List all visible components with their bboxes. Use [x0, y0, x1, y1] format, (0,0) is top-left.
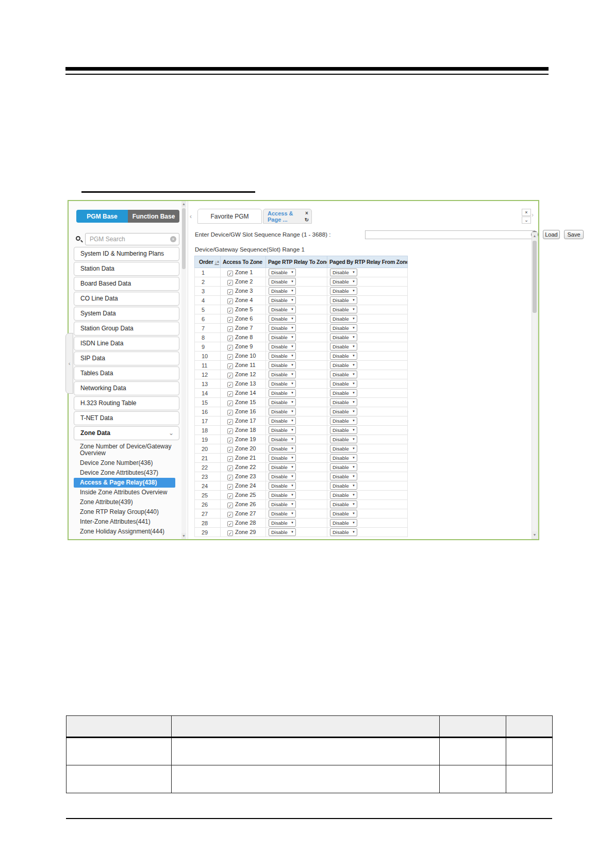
zone-checkbox[interactable]: ✓ — [227, 493, 233, 499]
sidebar-category-item[interactable]: System Data — [74, 307, 179, 321]
paged-by-rtp-relay-select[interactable]: Disable▼ — [330, 333, 357, 341]
sidebar-category-item[interactable]: Board Based Data — [74, 277, 179, 291]
zone-checkbox[interactable]: ✓ — [227, 363, 233, 369]
paged-by-rtp-relay-select[interactable]: Disable▼ — [330, 473, 357, 480]
page-rtp-relay-select[interactable]: Disable▼ — [269, 482, 296, 490]
sidebar-scrollbar[interactable]: ▲ ▼ — [181, 201, 186, 539]
page-rtp-relay-select[interactable]: Disable▼ — [269, 315, 296, 323]
paged-by-rtp-relay-select[interactable]: Disable▼ — [330, 296, 357, 304]
zone-checkbox[interactable]: ✓ — [227, 475, 233, 480]
zone-checkbox[interactable]: ✓ — [227, 484, 233, 490]
close-all-tabs-icon[interactable]: × — [522, 209, 531, 216]
page-rtp-relay-select[interactable]: Disable▼ — [269, 454, 296, 462]
page-rtp-relay-select[interactable]: Disable▼ — [269, 389, 296, 397]
sidebar-collapse-handle[interactable]: ‹ — [65, 333, 73, 394]
zone-checkbox[interactable]: ✓ — [227, 428, 233, 434]
zone-checkbox[interactable]: ✓ — [227, 456, 233, 462]
sidebar-category-item[interactable]: Station Group Data — [74, 322, 179, 336]
paged-by-rtp-relay-select[interactable]: Disable▼ — [330, 352, 357, 360]
column-header-order[interactable]: Order ↓ᵃ — [195, 256, 221, 268]
tab-favorite-pgm[interactable]: Favorite PGM — [197, 209, 262, 224]
page-rtp-relay-select[interactable]: Disable▼ — [269, 333, 296, 341]
zone-checkbox[interactable]: ✓ — [227, 373, 233, 378]
zone-checkbox[interactable]: ✓ — [227, 317, 233, 323]
zone-checkbox[interactable]: ✓ — [227, 447, 233, 453]
zone-checkbox[interactable]: ✓ — [227, 289, 233, 295]
sidebar-zone-subitem[interactable]: Zone RTP Relay Group(440) — [74, 507, 175, 517]
zone-checkbox[interactable]: ✓ — [227, 326, 233, 332]
zone-checkbox[interactable]: ✓ — [227, 419, 233, 425]
sidebar-item-zone-data[interactable]: Zone Data ⌄ — [74, 426, 179, 440]
scroll-up-icon[interactable]: ▲ — [532, 232, 537, 240]
sidebar-category-item[interactable]: ISDN Line Data — [74, 337, 179, 350]
sidebar-zone-subitem[interactable]: Access & Page Relay(438) — [74, 478, 175, 488]
paged-by-rtp-relay-select[interactable]: Disable▼ — [330, 454, 357, 462]
close-tab-icon[interactable]: × — [303, 210, 310, 216]
refresh-tab-icon[interactable]: ↻ — [303, 216, 310, 223]
tab-pgm-base[interactable]: PGM Base — [76, 210, 128, 223]
page-rtp-relay-select[interactable]: Disable▼ — [269, 510, 296, 518]
page-rtp-relay-select[interactable]: Disable▼ — [269, 352, 296, 360]
sidebar-category-item[interactable]: System ID & Numbering Plans — [74, 247, 179, 261]
sidebar-zone-subitem[interactable]: Inter-Zone Attributes(441) — [74, 517, 175, 527]
sidebar-zone-subitem[interactable]: Zone Holiday Assignment(444) — [74, 527, 175, 537]
paged-by-rtp-relay-select[interactable]: Disable▼ — [330, 287, 357, 295]
paged-by-rtp-relay-select[interactable]: Disable▼ — [330, 426, 357, 434]
page-rtp-relay-select[interactable]: Disable▼ — [269, 361, 296, 369]
zone-checkbox[interactable]: ✓ — [227, 280, 233, 286]
zone-checkbox[interactable]: ✓ — [227, 512, 233, 518]
page-rtp-relay-select[interactable]: Disable▼ — [269, 426, 296, 434]
page-rtp-relay-select[interactable]: Disable▼ — [269, 269, 296, 276]
paged-by-rtp-relay-select[interactable]: Disable▼ — [330, 398, 357, 406]
page-rtp-relay-select[interactable]: Disable▼ — [269, 371, 296, 378]
sidebar-zone-subitem[interactable]: Device Zone Attrtibutes(437) — [74, 468, 175, 478]
page-rtp-relay-select[interactable]: Disable▼ — [269, 463, 296, 471]
paged-by-rtp-relay-select[interactable]: Disable▼ — [330, 371, 357, 378]
page-rtp-relay-select[interactable]: Disable▼ — [269, 473, 296, 480]
page-rtp-relay-select[interactable]: Disable▼ — [269, 436, 296, 443]
tab-scroll-left-icon[interactable]: ‹ — [190, 213, 192, 220]
column-header-paged-by-rtp-relay-from-zone[interactable]: Paged By RTP Relay From Zone — [327, 256, 408, 268]
paged-by-rtp-relay-select[interactable]: Disable▼ — [330, 361, 357, 369]
sidebar-zone-subitem[interactable]: Zone Attribute(439) — [74, 497, 175, 507]
column-header-page-rtp-relay-to-zone[interactable]: Page RTP Relay To Zone — [266, 256, 327, 268]
paged-by-rtp-relay-select[interactable]: Disable▼ — [330, 389, 357, 397]
tab-list-icon[interactable]: ⌄ — [522, 216, 531, 224]
sidebar-zone-subitem[interactable]: Inside Zone Attributes Overview — [74, 488, 175, 497]
paged-by-rtp-relay-select[interactable]: Disable▼ — [330, 408, 357, 415]
paged-by-rtp-relay-select[interactable]: Disable▼ — [330, 417, 357, 425]
zone-checkbox[interactable]: ✓ — [227, 465, 233, 471]
paged-by-rtp-relay-select[interactable]: Disable▼ — [330, 463, 357, 471]
paged-by-rtp-relay-select[interactable]: Disable▼ — [330, 445, 357, 453]
paged-by-rtp-relay-select[interactable]: Disable▼ — [330, 306, 357, 313]
slot-sequence-range-input[interactable] — [365, 230, 535, 239]
page-rtp-relay-select[interactable]: Disable▼ — [269, 445, 296, 453]
sidebar-category-item[interactable]: CO Line Data — [74, 292, 179, 306]
page-rtp-relay-select[interactable]: Disable▼ — [269, 324, 296, 332]
tab-scroll-right-icon[interactable]: › — [532, 211, 534, 219]
save-button[interactable]: Save — [564, 230, 584, 239]
paged-by-rtp-relay-select[interactable]: Disable▼ — [330, 324, 357, 332]
sidebar-scrollbar-thumb[interactable] — [182, 208, 186, 269]
zone-checkbox[interactable]: ✓ — [227, 271, 233, 276]
sidebar-category-item[interactable]: Station Data — [74, 262, 179, 276]
zone-checkbox[interactable]: ✓ — [227, 345, 233, 350]
content-scrollbar[interactable]: ▲ ▼ — [532, 232, 538, 539]
sidebar-zone-subitem[interactable]: Zone Number of Device/Gateway Overview — [74, 442, 175, 458]
column-header-access-to-zone[interactable]: Access To Zone — [221, 256, 266, 268]
zone-checkbox[interactable]: ✓ — [227, 410, 233, 415]
paged-by-rtp-relay-select[interactable]: Disable▼ — [330, 491, 357, 499]
tab-function-base[interactable]: Function Base — [128, 210, 179, 223]
tab-access-and-page[interactable]: Access & Page ... × ↻ — [263, 209, 312, 224]
content-scrollbar-thumb[interactable] — [533, 241, 537, 313]
page-rtp-relay-select[interactable]: Disable▼ — [269, 343, 296, 350]
sidebar-zone-subitem[interactable]: Device Zone Number(436) — [74, 458, 175, 468]
zone-checkbox[interactable]: ✓ — [227, 438, 233, 443]
sidebar-category-item[interactable]: Networking Data — [74, 381, 179, 395]
scroll-down-icon[interactable]: ▼ — [181, 533, 186, 539]
sidebar-category-item[interactable]: T-NET Data — [74, 411, 179, 425]
page-rtp-relay-select[interactable]: Disable▼ — [269, 491, 296, 499]
paged-by-rtp-relay-select[interactable]: Disable▼ — [330, 519, 357, 527]
paged-by-rtp-relay-select[interactable]: Disable▼ — [330, 269, 357, 276]
clear-search-icon[interactable]: × — [170, 236, 176, 242]
